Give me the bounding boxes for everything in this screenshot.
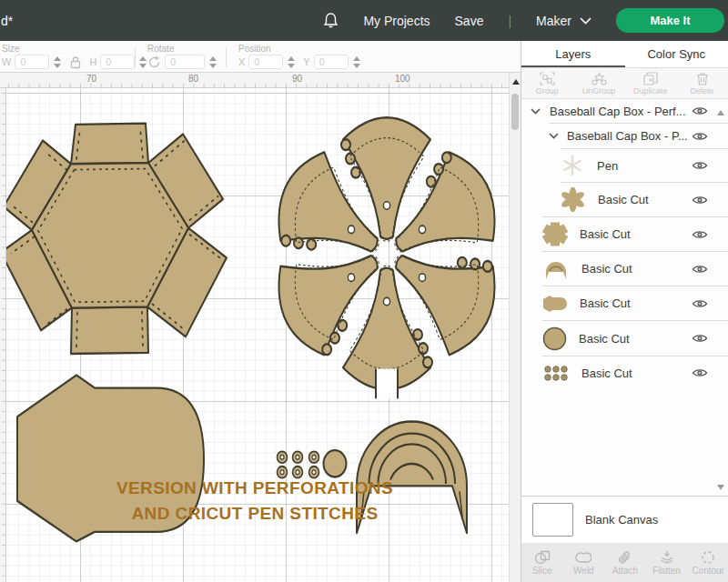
contour-button[interactable]: Contour [687, 543, 728, 582]
project-title-fragment: d* [1, 14, 13, 28]
panel-scroll-down-arrow[interactable] [717, 485, 724, 490]
paperclip-icon [617, 550, 633, 565]
top-nav-bar: d* My Projects Save | Maker Make It [0, 0, 728, 41]
visibility-eye-icon[interactable] [692, 333, 708, 344]
visibility-eye-icon[interactable] [692, 131, 708, 142]
machine-selector[interactable]: Maker [536, 14, 592, 28]
chevron-down-icon [580, 17, 592, 25]
layer-row-basic-cut-lidwrap[interactable]: Basic Cut [521, 286, 728, 320]
shape-hex-box-with-flaps[interactable] [1, 124, 227, 354]
pen-layer-thumbnail [561, 154, 584, 177]
tab-layers[interactable]: Layers [521, 41, 625, 67]
layer-row-basic-cut-brim[interactable]: Basic Cut [521, 252, 728, 286]
scrollbar-thumb[interactable] [511, 94, 519, 130]
layer-row-basic-cut-flower[interactable]: Basic Cut [521, 183, 728, 216]
cricut-design-space-window: d* My Projects Save | Maker Make It Size… [0, 0, 728, 582]
layer-row-pen[interactable]: Pen [521, 149, 728, 182]
duplicate-button[interactable]: Duplicate [625, 68, 677, 98]
slice-icon [534, 550, 551, 565]
layer-list: Baseball Cap Box - Perf... Baseball Cap … [521, 99, 728, 497]
visibility-eye-icon[interactable] [692, 160, 708, 171]
flatten-button[interactable]: Flatten [646, 543, 688, 582]
scroll-up-arrow[interactable] [512, 79, 520, 85]
rotate-icon [147, 55, 161, 69]
annotation-line-2: AND CRICUT PEN STITCHES [55, 501, 455, 527]
lock-icon[interactable] [70, 55, 81, 69]
ungroup-icon [592, 72, 607, 85]
x-label: X [238, 56, 245, 67]
my-projects-link[interactable]: My Projects [363, 14, 430, 28]
canvas-vertical-scrollbar[interactable] [509, 73, 521, 582]
layer-row-group-inner[interactable]: Baseball Cap Box - P... [521, 124, 728, 148]
visibility-eye-icon[interactable] [692, 367, 708, 378]
rotate-label: Rotate [147, 44, 174, 54]
y-input[interactable]: 0 [314, 55, 349, 69]
shape-grommet-rings[interactable] [278, 451, 319, 477]
tab-color-sync[interactable]: Color Sync [625, 41, 728, 67]
toolbar-divider [226, 47, 227, 67]
make-it-button[interactable]: Make It [616, 8, 724, 33]
ruler-tick-label: 80 [188, 74, 198, 84]
circle-thumbnail [542, 326, 567, 351]
hex-box-thumbnail [542, 222, 568, 246]
visibility-eye-icon[interactable] [692, 298, 708, 309]
nav-separator: | [508, 14, 511, 28]
ruler-tick-label: 90 [292, 74, 302, 84]
slice-button[interactable]: Slice [521, 543, 563, 582]
rotate-input[interactable]: 0 [165, 55, 205, 69]
duplicate-icon [643, 72, 658, 85]
delete-button[interactable]: Delete [676, 68, 728, 98]
height-label: H [89, 56, 96, 67]
toolbar-divider [135, 47, 136, 67]
attach-button[interactable]: Attach [604, 543, 646, 582]
brim-thumbnail [542, 258, 570, 280]
layer-row-basic-cut-grommets[interactable]: Basic Cut [521, 356, 728, 389]
rotate-stepper[interactable] [208, 56, 217, 68]
machine-name: Maker [536, 14, 571, 28]
shape-circle-piece[interactable] [324, 450, 347, 477]
width-stepper[interactable] [53, 56, 62, 68]
lid-wrap-thumbnail [542, 294, 568, 314]
ruler-tick-label: 100 [395, 74, 410, 84]
x-stepper[interactable] [287, 56, 296, 68]
visibility-eye-icon[interactable] [692, 195, 708, 206]
chevron-down-icon[interactable] [531, 108, 541, 115]
contour-icon [700, 550, 716, 565]
chevron-down-icon[interactable] [549, 133, 559, 139]
layer-row-basic-cut-circle[interactable]: Basic Cut [521, 321, 728, 356]
position-label: Position [238, 44, 271, 54]
size-label: Size [2, 44, 19, 54]
trash-icon [696, 72, 709, 85]
layer-row-basic-cut-hexbox[interactable]: Basic Cut [521, 217, 728, 251]
weld-button[interactable]: Weld [563, 543, 605, 582]
save-link[interactable]: Save [455, 14, 484, 28]
visibility-eye-icon[interactable] [692, 105, 708, 116]
x-input[interactable]: 0 [248, 55, 283, 69]
panel-scroll-up-arrow[interactable] [717, 110, 724, 115]
annotation-line-1: VERSION WITH PERFORATIONS [55, 476, 455, 501]
ungroup-button[interactable]: UnGroup [573, 68, 625, 98]
layer-row-group-outer[interactable]: Baseball Cap Box - Perf... [521, 99, 728, 123]
canvas-annotation-text[interactable]: VERSION WITH PERFORATIONS AND CRICUT PEN… [55, 476, 455, 527]
width-label: W [2, 56, 11, 67]
group-button[interactable]: Group [521, 68, 573, 98]
flower-thumbnail [561, 187, 585, 212]
horizontal-ruler: 70 80 90 100 [0, 73, 509, 88]
height-stepper[interactable] [138, 56, 147, 68]
bell-icon[interactable] [323, 12, 339, 29]
y-label: Y [303, 56, 309, 67]
y-stepper[interactable] [352, 56, 361, 68]
blank-canvas-row[interactable]: Blank Canvas [521, 496, 728, 543]
height-input[interactable]: 0 [100, 55, 135, 69]
layers-panel: Layers Color Sync Group UnGroup Duplicat… [521, 41, 728, 582]
design-canvas[interactable]: 70 80 90 100 VERSION WITH PERFORATIONS A… [0, 73, 521, 582]
width-input[interactable]: 0 [15, 55, 49, 69]
ruler-tick-label: 70 [86, 74, 96, 84]
layer-action-buttons: Group UnGroup Duplicate Delete [521, 68, 728, 99]
flatten-icon [659, 550, 675, 565]
visibility-eye-icon[interactable] [692, 229, 708, 240]
visibility-eye-icon[interactable] [692, 264, 708, 275]
layer-operations-toolbar: Slice Weld Attach Flatten Contour [521, 543, 728, 582]
canvas-color-swatch[interactable] [532, 503, 573, 537]
shape-cap-crown-flower[interactable] [264, 117, 509, 398]
